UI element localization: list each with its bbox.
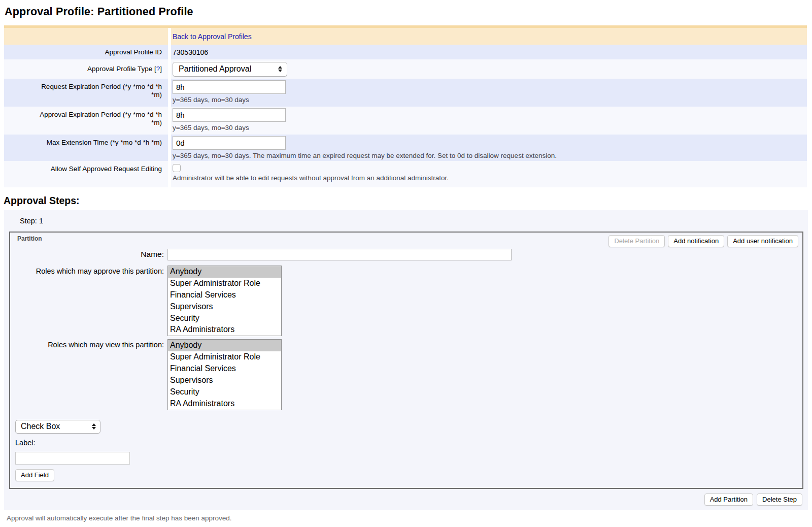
add-partition-button[interactable]: Add Partition	[704, 493, 753, 506]
profile-type-cell: Partitioned Approval	[171, 59, 807, 79]
role-option[interactable]: Security	[168, 386, 281, 398]
step-container: Step: 1 Partition Delete Partition Add n…	[4, 210, 808, 510]
add-field-button[interactable]: Add Field	[15, 469, 54, 481]
partition-name-input[interactable]	[167, 249, 512, 260]
approval-expiration-help: y=365 days, mo=30 days	[173, 124, 249, 132]
profile-id-row: Approval Profile ID 730530106	[4, 45, 807, 59]
view-roles-row: Roles which may view this partition: Any…	[10, 339, 802, 410]
role-option[interactable]: Financial Services	[168, 289, 281, 301]
table-header-row: Back to Approval Profiles	[4, 25, 807, 45]
view-roles-label: Roles which may view this partition:	[10, 339, 164, 349]
field-type-selected-value: Check Box	[21, 422, 60, 431]
approval-steps-heading: Approval Steps:	[4, 195, 812, 207]
field-label-caption: Label:	[15, 439, 802, 447]
approve-roles-listbox[interactable]: AnybodySuper Administrator RoleFinancial…	[167, 266, 282, 336]
profile-type-label-text: Approval Profile Type	[87, 65, 152, 73]
partition-header: Partition Delete Partition Add notificat…	[10, 233, 802, 247]
approval-expiration-cell: y=365 days, mo=30 days	[171, 107, 807, 135]
role-option[interactable]: RA Administrators	[168, 398, 281, 410]
role-option[interactable]: Anybody	[168, 340, 281, 351]
self-approved-editing-label: Allow Self Approved Request Editing	[4, 161, 168, 187]
max-extension-input[interactable]	[173, 136, 286, 150]
approve-roles-row: Roles which may approve this partition: …	[10, 266, 802, 336]
delete-step-button[interactable]: Delete Step	[757, 493, 802, 506]
role-option[interactable]: Supervisors	[168, 301, 281, 313]
delete-partition-button[interactable]: Delete Partition	[608, 235, 665, 247]
partition-fieldset: Partition Delete Partition Add notificat…	[9, 232, 803, 489]
role-option[interactable]: Financial Services	[168, 363, 281, 375]
approve-roles-label: Roles which may approve this partition:	[10, 266, 164, 275]
select-stepper-icon	[278, 66, 282, 72]
profile-type-label: Approval Profile Type [?]	[4, 59, 168, 79]
auto-execute-note: Approval will automatically execute afte…	[7, 514, 812, 522]
bracket-close: ]	[160, 65, 162, 73]
request-expiration-row: Request Expiration Period (*y *mo *d *h …	[4, 79, 807, 107]
role-option[interactable]: Super Administrator Role	[168, 278, 281, 289]
partition-legend: Partition	[17, 235, 42, 242]
request-expiration-input[interactable]	[173, 80, 286, 94]
add-user-notification-button[interactable]: Add user notification	[727, 235, 798, 247]
approval-expiration-row: Approval Expiration Period (*y *mo *d *h…	[4, 107, 807, 135]
profile-id-label: Approval Profile ID	[4, 45, 168, 59]
role-option[interactable]: Super Administrator Role	[168, 351, 281, 363]
profile-type-row: Approval Profile Type [?] Partitioned Ap…	[4, 59, 807, 79]
back-to-approval-profiles-link[interactable]: Back to Approval Profiles	[173, 32, 252, 41]
add-notification-button[interactable]: Add notification	[668, 235, 724, 247]
approval-expiration-input[interactable]	[173, 108, 286, 122]
partition-name-row: Name:	[10, 249, 802, 260]
max-extension-cell: y=365 days, mo=30 days. The maximum time…	[171, 135, 807, 161]
request-expiration-cell: y=365 days, mo=30 days	[171, 79, 807, 107]
self-approved-editing-cell: Administrator will be able to edit reque…	[171, 161, 807, 187]
add-field-controls: Check Box Label: Add Field	[15, 413, 802, 481]
partition-header-buttons: Delete Partition Add notification Add us…	[608, 235, 798, 247]
role-option[interactable]: Anybody	[168, 266, 281, 278]
approval-profile-type-selected-value: Partitioned Approval	[179, 64, 251, 74]
max-extension-label: Max Extension Time (*y *mo *d *h *m)	[4, 135, 168, 161]
page-title: Approval Profile: Partitioned Profile	[5, 6, 812, 18]
request-expiration-help: y=365 days, mo=30 days	[173, 96, 249, 104]
profile-form-table: Back to Approval Profiles Approval Profi…	[4, 25, 807, 187]
step-buttons: Add Partition Delete Step	[9, 493, 802, 508]
select-stepper-icon	[92, 423, 96, 430]
role-option[interactable]: Supervisors	[168, 375, 281, 386]
role-option[interactable]: Security	[168, 313, 281, 324]
field-label-input[interactable]	[15, 452, 130, 465]
header-link-cell: Back to Approval Profiles	[171, 28, 807, 45]
self-approved-editing-row: Allow Self Approved Request Editing Admi…	[4, 161, 807, 187]
self-approved-editing-checkbox[interactable]	[173, 164, 181, 172]
field-type-select[interactable]: Check Box	[15, 420, 100, 434]
approval-expiration-label: Approval Expiration Period (*y *mo *d *h…	[4, 107, 168, 135]
view-roles-listbox[interactable]: AnybodySuper Administrator RoleFinancial…	[167, 339, 282, 410]
role-option[interactable]: RA Administrators	[168, 324, 281, 336]
max-extension-row: Max Extension Time (*y *mo *d *h *m) y=3…	[4, 135, 807, 161]
profile-id-value: 730530106	[171, 45, 807, 59]
request-expiration-label: Request Expiration Period (*y *mo *d *h …	[4, 79, 168, 107]
max-extension-help: y=365 days, mo=30 days. The maximum time…	[173, 152, 557, 160]
self-approved-editing-help: Administrator will be able to edit reque…	[173, 174, 449, 182]
partition-name-label: Name:	[10, 249, 164, 259]
header-empty-cell	[4, 28, 168, 45]
step-label: Step: 1	[20, 217, 803, 225]
approval-profile-type-select[interactable]: Partitioned Approval	[173, 62, 287, 77]
